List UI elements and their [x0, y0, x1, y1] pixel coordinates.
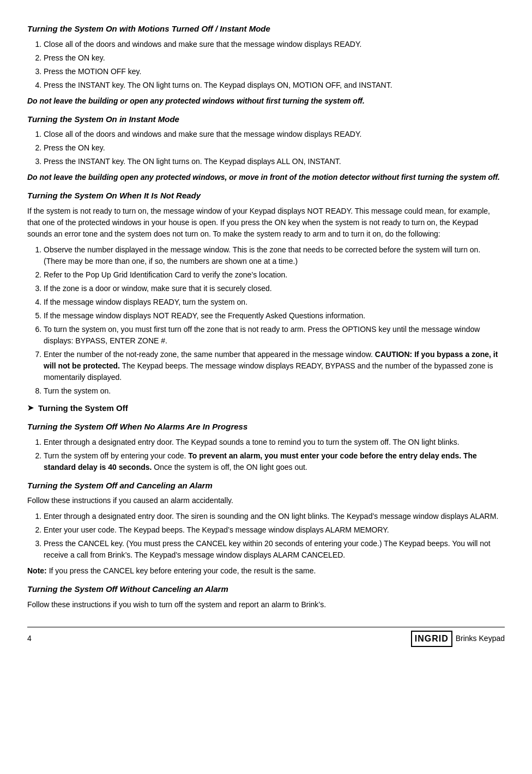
list-item: Close all of the doors and windows and m…: [44, 39, 505, 50]
brand-section: INGRID Brinks Keypad: [411, 631, 505, 647]
ingrid-logo: INGRID: [411, 631, 452, 647]
heading-motions-off: Turning the System On with Motions Turne…: [27, 23, 505, 35]
list-item: Turn the system off by entering your cod…: [44, 450, 505, 473]
warning-motions-off: Do not leave the building or open any pr…: [27, 95, 505, 107]
list-item: Press the INSTANT key. The ON light turn…: [44, 156, 505, 167]
heading-without-canceling: Turning the System Off Without Canceling…: [27, 583, 505, 596]
product-name: Brinks Keypad: [456, 633, 505, 644]
steps-canceling-alarm: Enter through a designated entry door. T…: [44, 511, 505, 561]
heading-instant-mode: Turning the System On in Instant Mode: [27, 113, 505, 126]
steps-no-alarms: Enter through a designated entry door. T…: [44, 437, 505, 473]
turning-off-title: Turning the System Off: [38, 402, 128, 415]
list-item: If the zone is a door or window, make su…: [44, 283, 505, 294]
list-item: Press the INSTANT key. The ON light turn…: [44, 80, 505, 91]
note-cancel-key: Note: If you press the CANCEL key before…: [27, 565, 505, 577]
list-item: If the message window displays READY, tu…: [44, 297, 505, 308]
intro-without-canceling: Follow these instructions if you wish to…: [27, 599, 505, 610]
heading-no-alarms: Turning the System Off When No Alarms Ar…: [27, 421, 505, 433]
list-item: Press the ON key.: [44, 52, 505, 64]
list-item: If the message window displays NOT READY…: [44, 310, 505, 322]
list-item: Enter through a designated entry door. T…: [44, 437, 505, 448]
list-item: Turn the system on.: [44, 385, 505, 397]
body-not-ready: If the system is not ready to turn on, t…: [27, 205, 505, 240]
page-number: 4: [27, 633, 32, 644]
arrow-icon: ➤: [27, 402, 34, 414]
intro-canceling-alarm: Follow these instructions if you caused …: [27, 495, 505, 506]
list-item: Enter the number of the not-ready zone, …: [44, 349, 505, 383]
heading-not-ready: Turning the System On When It Is Not Rea…: [27, 190, 505, 202]
page-footer: 4 INGRID Brinks Keypad: [27, 627, 505, 647]
turning-off-section-heading: ➤ Turning the System Off: [27, 402, 505, 415]
steps-not-ready: Observe the number displayed in the mess…: [44, 244, 505, 397]
list-item: Press the ON key.: [44, 142, 505, 154]
list-item: Close all of the doors and windows and m…: [44, 129, 505, 140]
list-item: To turn the system on, you must first tu…: [44, 324, 505, 347]
list-item: Press the CANCEL key. (You must press th…: [44, 538, 505, 561]
steps-instant-mode: Close all of the doors and windows and m…: [44, 129, 505, 167]
page-content: Turning the System On with Motions Turne…: [27, 23, 505, 647]
list-item: Refer to the Pop Up Grid Identification …: [44, 269, 505, 281]
list-item: Observe the number displayed in the mess…: [44, 244, 505, 267]
heading-canceling-alarm: Turning the System Off and Canceling an …: [27, 480, 505, 492]
list-item: Press the MOTION OFF key.: [44, 66, 505, 77]
list-item: Enter through a designated entry door. T…: [44, 511, 505, 522]
steps-motions-off: Close all of the doors and windows and m…: [44, 39, 505, 91]
warning-instant-mode: Do not leave the building open any prote…: [27, 172, 505, 183]
list-item: Enter your user code. The Keypad beeps. …: [44, 524, 505, 536]
